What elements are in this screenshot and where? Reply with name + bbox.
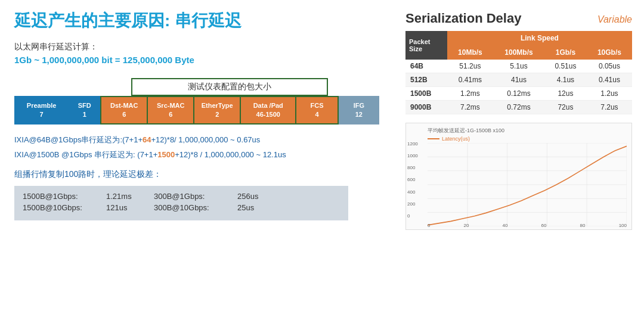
latency-val-2a: 121us: [106, 203, 154, 212]
latency-val-2b: 25us: [237, 203, 285, 212]
col-header-1gb: 1Gb/s: [544, 45, 587, 60]
latency-row-1: 1500B@1Gbps: 1.21ms 300B@1Gbps: 256us: [23, 192, 340, 201]
multicast-title: 组播行情复制100路时，理论延迟极差：: [14, 169, 379, 180]
val-1500b-1g: 12us: [544, 87, 587, 101]
latency-row-2: 1500B@10Gbps: 121us 300B@10Gbps: 25us: [23, 203, 340, 212]
highlight-1500: 1500: [157, 150, 175, 159]
chart-legend-label: Latency(us): [442, 136, 470, 142]
table-row: 512B 0.41ms 41us 4.1us 0.41us: [405, 73, 632, 87]
val-512b-1g: 4.1us: [544, 73, 587, 87]
page-title: 延迟产生的主要原因: 串行延迟: [14, 11, 379, 31]
packet-cell-fcs: FCS 4: [296, 96, 338, 125]
calc-line-1: IXIA@64B@1Gbps串行延迟为:(7+1+64+12)*8/ 1,000…: [14, 134, 379, 146]
calc-line-2: IXIA@1500B @1Gbps 串行延迟为: (7+1+1500+12)*8…: [14, 149, 379, 161]
packet-diagram: Preamble 7 SFD 1 Dst-MAC 6 Src-MAC 6 Eth…: [14, 96, 379, 125]
diagram-label: 测试仪表配置的包大小: [188, 82, 271, 91]
table-row: 9000B 7.2ms 0.72ms 72us 7.2us: [405, 101, 632, 114]
val-512b-10g: 0.41us: [587, 73, 632, 87]
col-header-100mb: 100Mb/s: [493, 45, 544, 60]
val-9000b-10m: 7.2ms: [447, 101, 493, 114]
val-9000b-100m: 0.72ms: [493, 101, 544, 114]
chart-svg: [428, 143, 627, 226]
col-header-10mb: 10Mb/s: [447, 45, 493, 60]
serialization-table: PacketSize Link Speed 10Mb/s 100Mb/s 1Gb…: [405, 31, 632, 114]
val-64b-10m: 51.2us: [447, 60, 493, 73]
latency-val-1b: 256us: [237, 192, 285, 201]
val-9000b-10g: 7.2us: [587, 101, 632, 114]
packet-cell-datapad: Data /Pad 46-1500: [241, 96, 296, 125]
val-512b-100m: 41us: [493, 73, 544, 87]
latency-label-2b: 300B@10Gbps:: [154, 203, 237, 212]
latency-val-1a: 1.21ms: [106, 192, 154, 201]
val-512b-10m: 0.41ms: [447, 73, 493, 87]
highlight-64: 64: [143, 135, 151, 144]
subtitle-text: 以太网串行延迟计算：: [14, 42, 379, 52]
val-1500b-10m: 1.2ms: [447, 87, 493, 101]
size-512b: 512B: [405, 73, 447, 87]
variable-label: Variable: [597, 14, 632, 25]
packet-cell-ethertype: EtherType 2: [194, 96, 241, 125]
legend-line-icon: [428, 138, 439, 139]
diagram-label-box: 测试仪表配置的包大小: [131, 78, 328, 96]
latency-label-1b: 300B@1Gbps:: [154, 192, 237, 201]
size-9000b: 9000B: [405, 101, 447, 114]
packet-cell-ifg: IFG 12: [339, 96, 379, 125]
col-header-10gb: 10Gb/s: [587, 45, 632, 60]
y-axis-labels: 1200 1000 800 600 400 200 0: [407, 141, 418, 219]
col-header-linkspeed: Link Speed: [447, 31, 632, 45]
val-64b-100m: 5.1us: [493, 60, 544, 73]
val-64b-1g: 0.51us: [544, 60, 587, 73]
val-1500b-10g: 1.2us: [587, 87, 632, 101]
val-1500b-100m: 0.12ms: [493, 87, 544, 101]
table-row: 1500B 1.2ms 0.12ms 12us 1.2us: [405, 87, 632, 101]
latency-label-1a: 1500B@1Gbps:: [23, 192, 106, 201]
packet-cell-sfd: SFD 1: [69, 96, 100, 125]
size-1500b: 1500B: [405, 87, 447, 101]
latency-label-2a: 1500B@10Gbps:: [23, 203, 106, 212]
latency-chart: 平均帧发送延迟-1G-1500B x100 Latency(us) 1200 1…: [405, 123, 632, 230]
serialization-title: Serialization Delay: [405, 11, 521, 26]
formula-text: 1Gb ~ 1,000,000,000 bit = 125,000,000 By…: [14, 55, 379, 65]
x-axis-labels: 0 20 40 60 80 100: [428, 223, 627, 228]
packet-cell-dstmac: Dst-MAC 6: [100, 96, 148, 125]
val-64b-10g: 0.05us: [587, 60, 632, 73]
packet-cell-preamble: Preamble 7: [14, 96, 69, 125]
val-9000b-1g: 72us: [544, 101, 587, 114]
table-row: 64B 51.2us 5.1us 0.51us 0.05us: [405, 60, 632, 73]
size-64b: 64B: [405, 60, 447, 73]
col-header-size: PacketSize: [405, 31, 447, 60]
packet-cell-srcmac: Src-MAC 6: [148, 96, 194, 125]
chart-title: 平均帧发送延迟-1G-1500B x100: [428, 127, 627, 135]
latency-table: 1500B@1Gbps: 1.21ms 300B@1Gbps: 256us 15…: [14, 186, 348, 220]
